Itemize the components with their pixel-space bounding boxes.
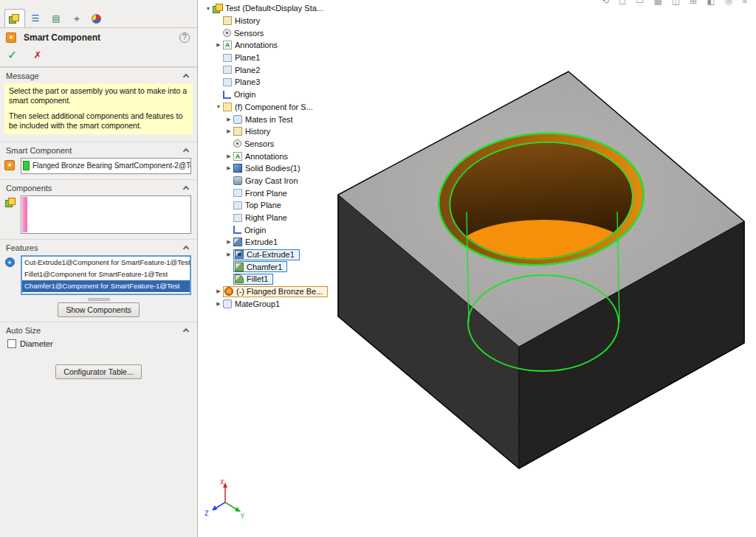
zoom-previous-icon[interactable]: ⟲ <box>602 0 609 6</box>
expand-arrow-icon[interactable]: ▶ <box>214 301 223 307</box>
tree-item-test-default-display-sta[interactable]: ▼Test (Default<Display Sta... <box>204 2 328 15</box>
features-list-item[interactable]: Chamfer1@Component for SmartFeature-1@Te… <box>22 280 190 292</box>
tree-item-plane1[interactable]: Plane1 <box>204 52 328 64</box>
tree-item-extrude1[interactable]: ▶Extrude1 <box>204 236 328 249</box>
smart-component-icon <box>6 32 16 43</box>
featuremanager-tab[interactable]: ☰ <box>25 9 46 27</box>
features-listbox[interactable]: Cut-Extrude1@Component for SmartFeature-… <box>21 255 191 295</box>
expand-arrow-icon[interactable]: ▶ <box>224 153 233 159</box>
tree-item-mategroup1[interactable]: ▶MateGroup1 <box>204 298 328 311</box>
smart-component-section: Smart Component Flanged Bronze Bearing S… <box>0 142 197 179</box>
zoom-fit-icon[interactable]: ◻ <box>619 0 626 6</box>
expand-arrow-icon[interactable]: ▶ <box>224 252 233 257</box>
origin-icon <box>223 91 231 99</box>
configurator-section: Configurator Table... <box>0 364 197 384</box>
help-icon[interactable]: ? <box>179 32 190 43</box>
view-orientation-icon[interactable]: ▦ <box>653 0 662 6</box>
ok-button[interactable]: ✓ <box>7 48 17 62</box>
display-style-icon[interactable]: ◫ <box>672 0 680 6</box>
tree-item-right-plane[interactable]: Right Plane <box>204 212 328 224</box>
collapse-chevron-icon[interactable] <box>183 185 189 191</box>
expand-arrow-icon[interactable]: ▶ <box>214 42 223 48</box>
apply-scene-icon[interactable]: ◎ <box>725 0 732 6</box>
tree-item-mates-in-test[interactable]: ▶Mates in Test <box>204 113 328 125</box>
tree-item-annotations[interactable]: ▶Annotations <box>204 150 328 162</box>
tree-item-label: Extrude1 <box>245 238 280 246</box>
expand-arrow-icon[interactable]: ▶ <box>224 128 233 134</box>
tree-item-chamfer1[interactable]: Chamfer1 <box>204 260 328 273</box>
tree-item-plane3[interactable]: Plane3 <box>204 76 328 89</box>
tree-item-cut-extrude1[interactable]: ▶Cut-Extrude1 <box>204 249 328 261</box>
diameter-checkbox[interactable] <box>7 339 16 348</box>
features-list-item[interactable]: Cut-Extrude1@Component for SmartFeature-… <box>22 257 190 268</box>
tree-item-label: Origin <box>234 90 258 99</box>
tree-item-annotations[interactable]: ▶Annotations <box>204 39 328 52</box>
section-view-icon[interactable]: ▭ <box>636 0 644 6</box>
features-section-header[interactable]: Features <box>0 240 197 254</box>
tree-item-sensors[interactable]: Sensors <box>204 138 328 150</box>
orientation-triad: X Y Z <box>205 479 244 520</box>
collapse-chevron-icon[interactable] <box>183 74 189 80</box>
expand-arrow-icon[interactable]: ▶ <box>224 165 233 171</box>
tree-item-plane2[interactable]: Plane2 <box>204 63 328 76</box>
tree-item-label: Chamfer1 <box>247 263 284 271</box>
tree-item-origin[interactable]: Origin <box>204 89 328 101</box>
collapse-arrow-icon[interactable]: ▼ <box>204 6 213 11</box>
tree-item-label: Plane3 <box>235 77 262 86</box>
tree-item-front-plane[interactable]: Front Plane <box>204 187 328 199</box>
tree-item-history[interactable]: History <box>204 15 328 27</box>
plane-icon <box>233 214 242 222</box>
tree-item-sensors[interactable]: Sensors <box>204 27 328 39</box>
dimxpertmanager-tab[interactable]: ⌖ <box>66 9 87 27</box>
message-section-header[interactable]: Message <box>0 68 197 83</box>
cutextrude-icon <box>235 250 244 259</box>
tree-item-label: History <box>245 127 272 136</box>
edit-appearance-icon[interactable]: ◧ <box>707 0 715 6</box>
tree-item-flanged-bronze-be[interactable]: ▶(-) Flanged Bronze Be... <box>204 285 328 298</box>
features-group-icon <box>5 257 15 267</box>
collapse-chevron-icon[interactable] <box>183 148 189 153</box>
tree-item-label: MateGroup1 <box>235 299 282 308</box>
expand-arrow-icon[interactable]: ▶ <box>224 239 233 245</box>
displaymanager-tab-icon <box>92 14 101 24</box>
configurator-table-button[interactable]: Configurator Table... <box>55 364 141 379</box>
view-settings-icon[interactable]: ≡ <box>742 0 747 6</box>
message-header-label: Message <box>6 72 39 80</box>
features-list-item[interactable]: Fillet1@Component for SmartFeature-1@Tes… <box>22 268 190 280</box>
cancel-button[interactable]: ✗ <box>33 49 41 60</box>
propertymanager-tab[interactable] <box>4 9 25 27</box>
tree-item-fillet1[interactable]: Fillet1 <box>204 273 328 285</box>
smart-component-item[interactable]: Flanged Bronze Bearing SmartComponent-2@… <box>21 159 190 173</box>
plane-icon <box>233 201 242 209</box>
smart-component-listbox[interactable]: Flanged Bronze Bearing SmartComponent-2@… <box>21 158 191 174</box>
collapse-chevron-icon[interactable] <box>183 328 189 333</box>
tree-item-label: Front Plane <box>245 189 289 198</box>
components-listbox[interactable] <box>21 195 191 234</box>
selection-outline-box: Chamfer1 <box>233 261 287 272</box>
collapse-arrow-icon[interactable]: ▼ <box>214 104 223 109</box>
tree-item-label: Origin <box>244 226 268 235</box>
collapse-chevron-icon[interactable] <box>183 245 189 251</box>
smart-component-section-header[interactable]: Smart Component <box>0 142 197 157</box>
tree-item-top-plane[interactable]: Top Plane <box>204 199 328 212</box>
tree-item-history[interactable]: ▶History <box>204 125 328 138</box>
show-components-button[interactable]: Show Components <box>58 302 140 317</box>
listbox-resize-grip[interactable] <box>88 298 110 301</box>
tree-item-gray-cast-iron[interactable]: Gray Cast Iron <box>204 175 328 187</box>
selection-outline-box: (-) Flanged Bronze Be... <box>223 286 328 297</box>
plane-icon <box>233 189 242 197</box>
hide-show-items-icon[interactable]: ⊞ <box>690 0 697 6</box>
tree-item-origin[interactable]: Origin <box>204 224 328 236</box>
tree-item-f-component-for-s[interactable]: ▼(f) Component for S... <box>204 101 328 114</box>
tree-item-label: History <box>235 16 262 25</box>
displaymanager-tab[interactable] <box>87 9 108 27</box>
expand-arrow-icon[interactable]: ▶ <box>224 117 233 122</box>
tree-item-solid-bodies-1[interactable]: ▶Solid Bodies(1) <box>204 162 328 175</box>
configurationmanager-tab-icon: ▤ <box>52 14 60 24</box>
tree-item-label: Annotations <box>235 41 280 49</box>
expand-arrow-icon[interactable]: ▶ <box>214 288 223 294</box>
fillet-icon <box>235 274 244 283</box>
auto-size-section-header[interactable]: Auto Size <box>0 322 197 337</box>
configurationmanager-tab[interactable]: ▤ <box>46 9 66 27</box>
components-section-header[interactable]: Components <box>0 180 197 195</box>
